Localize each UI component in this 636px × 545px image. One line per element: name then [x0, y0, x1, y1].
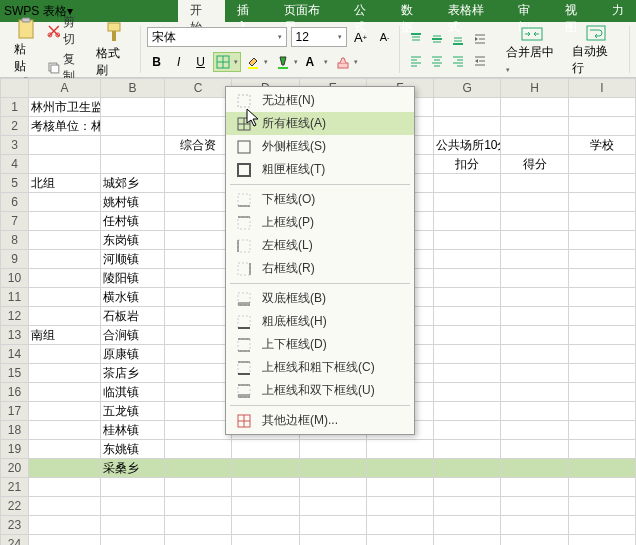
- row-header[interactable]: 12: [1, 307, 29, 326]
- cell[interactable]: [366, 440, 433, 459]
- row-header[interactable]: 16: [1, 383, 29, 402]
- cell[interactable]: [29, 136, 101, 155]
- align-bottom-button[interactable]: [448, 29, 468, 49]
- ribbon-tab-2[interactable]: 页面布局: [272, 0, 342, 22]
- row-header[interactable]: 19: [1, 440, 29, 459]
- cell[interactable]: [501, 516, 568, 535]
- ribbon-tab-4[interactable]: 数据: [389, 0, 436, 22]
- col-header-I[interactable]: I: [568, 79, 635, 98]
- cell[interactable]: [568, 516, 635, 535]
- cell[interactable]: [501, 497, 568, 516]
- col-header-A[interactable]: A: [29, 79, 101, 98]
- cell[interactable]: 石板岩: [101, 307, 165, 326]
- ribbon-tab-1[interactable]: 插入: [225, 0, 272, 22]
- cell[interactable]: [165, 174, 232, 193]
- cell[interactable]: [568, 345, 635, 364]
- cell[interactable]: [434, 364, 501, 383]
- cell[interactable]: [568, 535, 635, 546]
- cell[interactable]: [165, 288, 232, 307]
- row-header[interactable]: 22: [1, 497, 29, 516]
- cell[interactable]: [101, 155, 165, 174]
- cell[interactable]: [29, 345, 101, 364]
- cell[interactable]: [568, 98, 635, 117]
- row-header[interactable]: 8: [1, 231, 29, 250]
- increase-font-button[interactable]: A+: [351, 27, 371, 47]
- cell[interactable]: [165, 193, 232, 212]
- underline-button[interactable]: U: [191, 52, 211, 72]
- highlight-button[interactable]: ▾: [273, 52, 301, 72]
- align-left-button[interactable]: [406, 51, 426, 71]
- cell[interactable]: [434, 174, 501, 193]
- cell[interactable]: [232, 459, 299, 478]
- col-header-C[interactable]: C: [165, 79, 232, 98]
- cell[interactable]: [501, 421, 568, 440]
- row-header[interactable]: 1: [1, 98, 29, 117]
- cell[interactable]: [501, 402, 568, 421]
- cell[interactable]: [299, 478, 366, 497]
- cell[interactable]: 任村镇: [101, 212, 165, 231]
- cell[interactable]: 综合资: [165, 136, 232, 155]
- align-center-button[interactable]: [427, 51, 447, 71]
- cell[interactable]: 五龙镇: [101, 402, 165, 421]
- cell[interactable]: 公共场所10分: [434, 136, 501, 155]
- cell[interactable]: [568, 440, 635, 459]
- auto-wrap-button[interactable]: 自动换行: [566, 21, 625, 79]
- cell[interactable]: [165, 383, 232, 402]
- cell[interactable]: 东岗镇: [101, 231, 165, 250]
- cell[interactable]: [568, 402, 635, 421]
- border-menu-item[interactable]: 双底框线(B): [226, 287, 414, 310]
- cell[interactable]: [434, 497, 501, 516]
- cell[interactable]: [232, 516, 299, 535]
- cell[interactable]: [568, 174, 635, 193]
- cell[interactable]: [29, 364, 101, 383]
- cell[interactable]: [366, 478, 433, 497]
- cell[interactable]: 得分: [501, 155, 568, 174]
- cell[interactable]: [568, 364, 635, 383]
- cell[interactable]: 林州市卫生监督协管工作半: [29, 98, 101, 117]
- cell[interactable]: [29, 440, 101, 459]
- cell[interactable]: [29, 516, 101, 535]
- cell[interactable]: [299, 459, 366, 478]
- cell[interactable]: [568, 383, 635, 402]
- cell[interactable]: [501, 98, 568, 117]
- cell[interactable]: [568, 269, 635, 288]
- border-menu-item[interactable]: 上框线和粗下框线(C): [226, 356, 414, 379]
- row-header[interactable]: 7: [1, 212, 29, 231]
- ribbon-tab-7[interactable]: 视图: [553, 0, 600, 22]
- cell[interactable]: [434, 326, 501, 345]
- outdent-button[interactable]: [470, 51, 498, 71]
- cell[interactable]: [434, 440, 501, 459]
- cell[interactable]: [434, 98, 501, 117]
- cell[interactable]: [501, 250, 568, 269]
- cell[interactable]: [501, 345, 568, 364]
- cell[interactable]: [434, 516, 501, 535]
- cell[interactable]: 考核单位：林州市卫生局: [29, 117, 101, 136]
- cell[interactable]: 北组: [29, 174, 101, 193]
- col-header-B[interactable]: B: [101, 79, 165, 98]
- cell[interactable]: [568, 212, 635, 231]
- align-right-button[interactable]: [448, 51, 468, 71]
- cell[interactable]: [232, 497, 299, 516]
- cell[interactable]: [165, 459, 232, 478]
- cell[interactable]: [101, 535, 165, 546]
- decrease-font-button[interactable]: A-: [375, 27, 395, 47]
- cell[interactable]: 横水镇: [101, 288, 165, 307]
- cell[interactable]: [568, 421, 635, 440]
- row-header[interactable]: 3: [1, 136, 29, 155]
- border-menu-item[interactable]: 右框线(R): [226, 257, 414, 280]
- cell[interactable]: [434, 402, 501, 421]
- row-header[interactable]: 13: [1, 326, 29, 345]
- cell[interactable]: [434, 421, 501, 440]
- cell[interactable]: [501, 231, 568, 250]
- cell[interactable]: [165, 326, 232, 345]
- cell[interactable]: [366, 497, 433, 516]
- border-menu-item[interactable]: 左框线(L): [226, 234, 414, 257]
- border-menu-item[interactable]: 所有框线(A): [226, 112, 414, 135]
- cell[interactable]: [165, 440, 232, 459]
- border-menu-item[interactable]: 上框线和双下框线(U): [226, 379, 414, 402]
- ribbon-tab-8[interactable]: 力: [600, 0, 636, 22]
- cell[interactable]: [434, 459, 501, 478]
- cell[interactable]: [299, 440, 366, 459]
- cell[interactable]: [434, 250, 501, 269]
- row-header[interactable]: 21: [1, 478, 29, 497]
